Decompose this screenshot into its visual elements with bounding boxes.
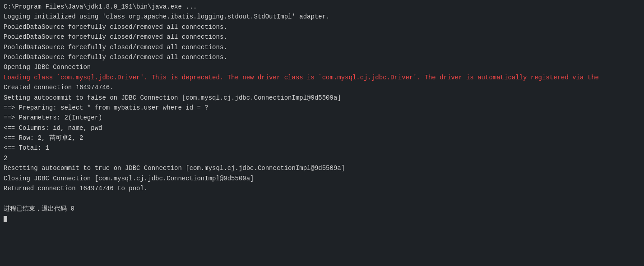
console-line-1: C:\Program Files\Java\jdk1.8.0_191\bin\j… xyxy=(4,2,640,12)
console-line-11: ==> Preparing: select * from mybatis.use… xyxy=(4,103,640,113)
console-line-3: PooledDataSource forcefully closed/remov… xyxy=(4,22,640,32)
console-line-7: Opening JDBC Connection xyxy=(4,62,640,72)
console-line-exit: 进程已结束，退出代码 0 xyxy=(4,204,640,214)
console-line-15: <== Total: 1 xyxy=(4,143,640,153)
console-line-16: 2 xyxy=(4,153,640,163)
console-line-10: Setting autocommit to false on JDBC Conn… xyxy=(4,93,640,103)
console-line-19: Returned connection 164974746 to pool. xyxy=(4,183,640,193)
console-line-4: PooledDataSource forcefully closed/remov… xyxy=(4,32,640,42)
console-cursor-line xyxy=(4,214,640,224)
console-line-13: <== Columns: id, name, pwd xyxy=(4,123,640,133)
console-empty-line xyxy=(4,193,640,203)
console-line-6: PooledDataSource forcefully closed/remov… xyxy=(4,52,640,62)
console-line-12: ==> Parameters: 2(Integer) xyxy=(4,113,640,123)
text-cursor xyxy=(4,216,7,222)
console-line-14: <== Row: 2, 苗可卓2, 2 xyxy=(4,133,640,143)
console-output: C:\Program Files\Java\jdk1.8.0_191\bin\j… xyxy=(0,0,644,266)
console-line-2: Logging initialized using 'class org.apa… xyxy=(4,12,640,22)
console-line-5: PooledDataSource forcefully closed/remov… xyxy=(4,42,640,52)
console-line-18: Closing JDBC Connection [com.mysql.cj.jd… xyxy=(4,174,640,183)
console-line-8-deprecated: Loading class `com.mysql.jdbc.Driver'. T… xyxy=(4,73,640,83)
console-line-17: Resetting autocommit to true on JDBC Con… xyxy=(4,163,640,173)
console-line-9: Created connection 164974746. xyxy=(4,83,640,92)
